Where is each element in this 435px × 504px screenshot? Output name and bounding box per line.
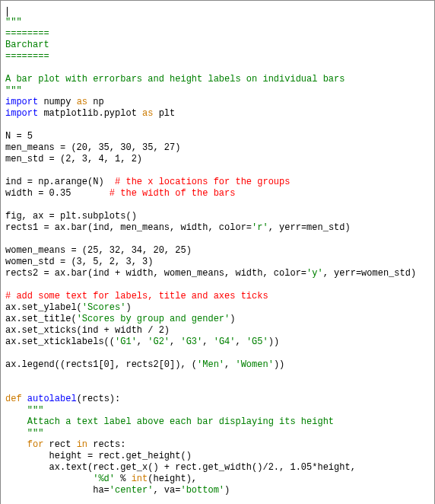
string-literal: 'center' [110, 485, 154, 496]
code-line: women_means = (25, 32, 34, 20, 25) [5, 245, 192, 256]
keyword-for: for [5, 439, 43, 450]
keyword-import: import [5, 108, 38, 119]
string-literal: '%d' [93, 474, 115, 484]
string-literal: 'G3' [180, 337, 202, 347]
code-text: ax.set_title( [5, 314, 77, 324]
module-name: matplotlib.pyplot [38, 108, 142, 119]
function-sig: (rects): [77, 394, 121, 404]
code-line: men_std = (2, 3, 4, 1, 2) [5, 154, 142, 164]
code-text: rects: [87, 439, 125, 450]
code-text: ha= [5, 485, 110, 496]
code-text: ) [224, 485, 230, 496]
string-literal: 'G4' [214, 337, 236, 347]
code-text: rect [43, 439, 76, 450]
code-text: ind = np.arange(N) [5, 177, 115, 187]
string-literal: 'y' [306, 268, 323, 279]
code-text: rects1 = ax.bar(ind, men_means, width, c… [5, 222, 252, 233]
docstring-close: """ [5, 428, 43, 439]
python-source-code[interactable]: """========Barchart========A bar plot wi… [5, 5, 430, 504]
code-text: )) [274, 359, 284, 370]
string-literal: 'r' [252, 222, 268, 233]
string-literal: 'Women' [235, 359, 273, 370]
keyword-as: as [142, 108, 153, 119]
docstring-line: ======== [5, 51, 49, 62]
code-text: , [236, 337, 246, 347]
docstring-open: """ [5, 17, 22, 27]
string-literal: 'G1' [115, 337, 137, 347]
keyword-in: in [77, 439, 87, 450]
docstring-desc: Attach a text label above each bar displ… [5, 416, 334, 427]
code-text: )) [268, 337, 279, 347]
code-line: fig, ax = plt.subplots() [5, 211, 137, 222]
code-text: ax.legend((rects1[0], rects2[0]), ( [5, 359, 197, 370]
text-cursor [7, 7, 8, 17]
keyword-def: def [5, 394, 22, 404]
docstring-line: ======== [5, 28, 49, 39]
code-text: , yerr=men_std) [268, 222, 351, 233]
code-text: , [224, 359, 235, 370]
keyword-as: as [77, 97, 87, 107]
code-text: ) [230, 314, 235, 324]
comment: # the width of the bars [110, 188, 236, 199]
code-line: ax.text(rect.get_x() + rect.get_width()/… [5, 462, 356, 473]
code-text: , [170, 337, 180, 347]
docstring-desc: A bar plot with errorbars and height lab… [5, 74, 345, 85]
code-text: ax.set_ylabel( [5, 302, 82, 313]
function-name: autolabel [22, 394, 77, 404]
docstring-open: """ [5, 405, 43, 416]
code-text: , va= [153, 485, 180, 496]
comment: # the x locations for the groups [115, 177, 290, 187]
code-text: rects2 = ax.bar(ind + width, women_means… [5, 268, 306, 279]
code-text: ax.set_xticklabels(( [5, 337, 115, 347]
code-line: height = rect.get_height() [5, 451, 192, 461]
code-text [5, 474, 93, 484]
docstring-close: """ [5, 85, 22, 96]
code-text: ) [125, 302, 131, 313]
string-literal: 'Scores by group and gender' [77, 314, 230, 324]
code-line: women_std = (3, 5, 2, 3, 3) [5, 257, 153, 267]
comment: # add some text for labels, title and ax… [5, 291, 268, 301]
string-literal: 'G2' [148, 337, 170, 347]
code-line: men_means = (20, 35, 30, 35, 27) [5, 142, 180, 153]
code-text: (height), [148, 474, 197, 484]
docstring-title: Barchart [5, 40, 49, 50]
code-text: , [137, 337, 148, 347]
code-line: ax.set_xticks(ind + width / 2) [5, 325, 170, 336]
keyword-import: import [5, 97, 38, 107]
code-text: , yerr=women_std) [323, 268, 416, 279]
module-alias: np [87, 97, 104, 107]
string-literal: 'bottom' [180, 485, 224, 496]
string-literal: 'Men' [197, 359, 224, 370]
code-line: N = 5 [5, 131, 33, 142]
string-literal: 'G5' [246, 337, 268, 347]
builtin-int: int [132, 474, 148, 484]
code-text: width = 0.35 [5, 188, 110, 199]
module-name: numpy [38, 97, 76, 107]
code-text: % [115, 474, 132, 484]
code-text: , [202, 337, 213, 347]
string-literal: 'Scores' [82, 302, 126, 313]
module-alias: plt [153, 108, 175, 119]
